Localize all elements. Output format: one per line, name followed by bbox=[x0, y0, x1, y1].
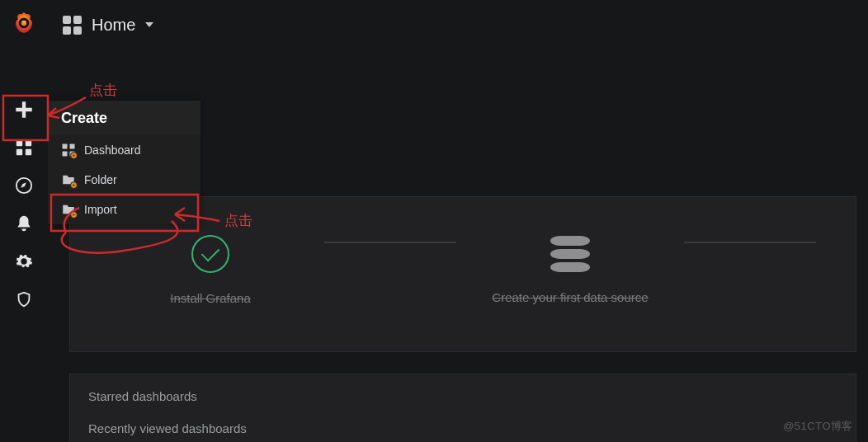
check-circle-icon bbox=[191, 235, 229, 273]
dashboard-picker-button[interactable]: Home bbox=[63, 16, 153, 35]
chevron-down-icon bbox=[145, 22, 153, 27]
configuration-button[interactable] bbox=[0, 242, 48, 280]
svg-rect-3 bbox=[26, 149, 31, 155]
watermark: @51CTO博客 bbox=[783, 419, 853, 434]
onboarding-step-label: Install Grafana bbox=[170, 291, 251, 305]
svg-rect-1 bbox=[26, 140, 31, 146]
sidebar-nav bbox=[0, 0, 48, 442]
dashboard-picker-label: Home bbox=[92, 16, 135, 35]
create-import-item[interactable]: Import bbox=[48, 195, 200, 224]
dashboard-add-icon bbox=[61, 143, 76, 158]
dashboards-button[interactable] bbox=[0, 129, 48, 167]
svg-rect-6 bbox=[70, 144, 75, 149]
explore-button[interactable] bbox=[0, 167, 48, 205]
starred-dashboards-heading: Starred dashboards bbox=[88, 389, 837, 403]
menu-item-label: Import bbox=[84, 203, 117, 216]
onboarding-step-label: Create your first data source bbox=[492, 290, 648, 304]
svg-rect-7 bbox=[63, 152, 68, 157]
create-button[interactable] bbox=[0, 91, 48, 129]
create-dashboard-item[interactable]: Dashboard bbox=[48, 135, 200, 165]
menu-item-label: Folder bbox=[84, 173, 117, 186]
create-flyout-header: Create bbox=[48, 101, 200, 135]
create-flyout-menu: Create Dashboard Folder Import bbox=[48, 101, 200, 224]
dashboards-list-panel: Starred dashboards Recently viewed dashb… bbox=[69, 374, 856, 442]
grafana-logo[interactable] bbox=[0, 0, 48, 48]
folder-add-icon bbox=[61, 172, 76, 187]
svg-rect-0 bbox=[17, 140, 22, 146]
topbar: Home bbox=[48, 0, 868, 49]
onboarding-step-datasource[interactable]: Create your first data source bbox=[463, 236, 677, 304]
dashboard-icon bbox=[63, 16, 82, 35]
menu-item-label: Dashboard bbox=[84, 143, 141, 157]
onboarding-step-install[interactable]: Install Grafana bbox=[103, 235, 318, 305]
step-connector bbox=[324, 242, 456, 243]
svg-rect-5 bbox=[63, 144, 68, 149]
create-folder-item[interactable]: Folder bbox=[48, 165, 200, 195]
import-icon bbox=[61, 202, 76, 217]
recent-dashboards-heading: Recently viewed dashboards bbox=[88, 421, 837, 435]
main-content: Install Grafana Create your first data s… bbox=[69, 196, 856, 442]
database-icon bbox=[550, 236, 590, 272]
annotation-click-plus: 点击 bbox=[89, 81, 117, 100]
alerting-button[interactable] bbox=[0, 205, 48, 242]
annotation-click-import: 点击 bbox=[224, 211, 252, 230]
server-admin-button[interactable] bbox=[0, 280, 48, 318]
svg-rect-2 bbox=[17, 149, 22, 155]
step-connector bbox=[684, 242, 816, 243]
